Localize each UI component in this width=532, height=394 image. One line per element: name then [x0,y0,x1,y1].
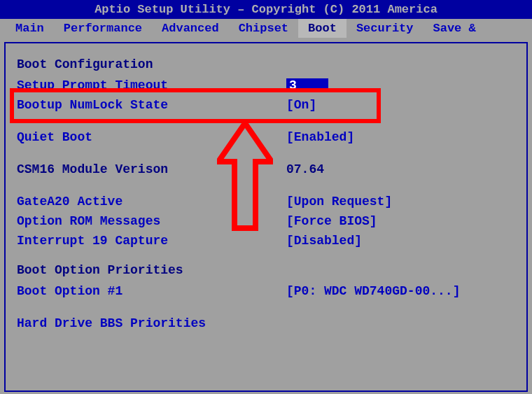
csm-value: 07.64 [286,162,324,176]
gatea20-label: GateA20 Active [17,195,286,209]
csm-label: CSM16 Module Verison [17,162,286,176]
row-boot-option-1[interactable]: Boot Option #1 [P0: WDC WD740GD-00...] [17,281,515,301]
row-option-rom[interactable]: Option ROM Messages [Force BIOS] [17,211,515,231]
boot-option-1-label: Boot Option #1 [17,284,286,298]
row-quiet-boot[interactable]: Quiet Boot [Enabled] [17,127,515,147]
bios-title: Aptio Setup Utility – Copyright (C) 2011… [94,3,438,16]
row-setup-prompt[interactable]: Setup Prompt Timeout 3 [17,76,515,95]
tab-advanced[interactable]: Advanced [152,19,229,38]
tab-performance[interactable]: Performance [54,19,152,38]
row-hdd-bbs[interactable]: Hard Drive BBS Priorities [17,314,515,333]
boot-panel: Boot Configuration Setup Prompt Timeout … [4,42,528,392]
quiet-boot-label: Quiet Boot [17,130,286,144]
interrupt19-value: [Disabled] [286,234,362,248]
boot-option-1-value: [P0: WDC WD740GD-00...] [286,284,460,298]
boot-config-heading: Boot Configuration [17,57,515,71]
setup-prompt-label: Setup Prompt Timeout [17,78,286,92]
numlock-label: Bootup NumLock State [17,98,286,112]
tab-chipset[interactable]: Chipset [229,19,298,38]
quiet-boot-value: [Enabled] [286,130,354,144]
row-csm: CSM16 Module Verison 07.64 [17,160,515,179]
tab-main[interactable]: Main [6,19,54,38]
boot-priorities-heading: Boot Option Priorities [17,263,515,277]
tab-bar: Main Performance Advanced Chipset Boot S… [0,19,532,38]
numlock-value: [On] [286,98,316,112]
tab-save[interactable]: Save & [424,19,486,38]
option-rom-label: Option ROM Messages [17,214,286,228]
bios-header: Aptio Setup Utility – Copyright (C) 2011… [0,0,532,19]
interrupt19-label: Interrupt 19 Capture [17,234,286,248]
setup-prompt-value[interactable]: 3 [286,78,328,92]
option-rom-value: [Force BIOS] [286,214,377,228]
tab-security[interactable]: Security [346,19,424,38]
row-gatea20[interactable]: GateA20 Active [Upon Request] [17,192,515,211]
gatea20-value: [Upon Request] [286,195,392,209]
row-numlock[interactable]: Bootup NumLock State [On] [17,95,515,115]
hdd-bbs-label: Hard Drive BBS Priorities [17,316,286,330]
tab-boot[interactable]: Boot [298,19,346,38]
row-interrupt19[interactable]: Interrupt 19 Capture [Disabled] [17,231,515,251]
